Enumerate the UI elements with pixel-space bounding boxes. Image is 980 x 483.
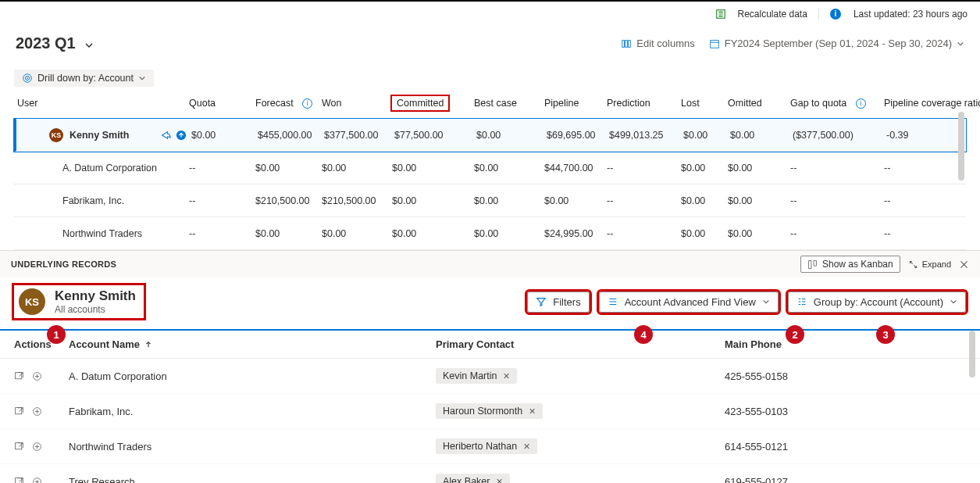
- col-forecast[interactable]: Forecast i: [255, 98, 322, 109]
- col-coverage[interactable]: Pipeline coverage ratio: [884, 98, 980, 109]
- detail-user-name: Kenny Smith: [55, 288, 136, 304]
- col-gap[interactable]: Gap to quota i: [790, 98, 884, 109]
- drilldown-pill[interactable]: Drill down by: Account: [14, 70, 154, 87]
- record-row[interactable]: Trey Research Alex Baker✕ 619-555-0127: [0, 464, 980, 483]
- calendar-icon: [709, 38, 720, 49]
- group-icon: [796, 296, 807, 307]
- chevron-down-icon: [957, 40, 964, 48]
- info-icon[interactable]: i: [302, 98, 312, 109]
- remove-icon[interactable]: ✕: [523, 442, 530, 452]
- target-icon: [22, 73, 33, 84]
- record-row[interactable]: Fabrikam, Inc. Haroun Stormonth✕ 423-555…: [0, 394, 980, 429]
- open-icon[interactable]: [14, 477, 24, 484]
- last-updated-text: Last updated: 23 hours ago: [853, 9, 968, 20]
- records-header: Actions Account Name Primary Contact Mai…: [0, 331, 980, 359]
- svg-rect-1: [622, 40, 625, 47]
- col-contact[interactable]: Primary Contact: [436, 338, 725, 350]
- svg-rect-3: [629, 40, 631, 47]
- filters-button[interactable]: Filters: [527, 292, 589, 313]
- forecast-row[interactable]: Northwind Traders --$0.00$0.00$0.00$0.00…: [14, 217, 966, 250]
- col-won[interactable]: Won: [322, 98, 392, 109]
- up-arrow-icon[interactable]: [176, 130, 187, 141]
- open-icon[interactable]: [14, 406, 24, 417]
- divider: [818, 8, 819, 20]
- record-row[interactable]: A. Datum Corporation Kevin Martin✕ 425-5…: [0, 359, 980, 394]
- contact-chip[interactable]: Heriberto Nathan✕: [436, 438, 537, 454]
- view-selector[interactable]: Account Advanced Find View: [599, 292, 779, 313]
- close-icon[interactable]: [959, 259, 969, 270]
- add-icon[interactable]: [32, 371, 42, 381]
- info-icon: i: [830, 9, 841, 20]
- account-cell: A. Datum Corporation: [69, 370, 436, 382]
- callout-4: 4: [634, 325, 653, 344]
- open-icon[interactable]: [14, 442, 24, 452]
- svg-rect-4: [711, 40, 719, 48]
- svg-rect-11: [16, 372, 22, 378]
- callout-3: 3: [876, 325, 895, 344]
- expand-icon: [908, 259, 918, 270]
- col-prediction[interactable]: Prediction: [607, 98, 681, 109]
- account-cell: Trey Research: [69, 476, 436, 484]
- account-cell: Fabrikam, Inc.: [69, 406, 436, 417]
- selected-user-block: KS Kenny Smith All accounts: [14, 285, 144, 318]
- list-icon: [608, 296, 618, 307]
- phone-cell: 619-555-0127: [725, 476, 975, 484]
- account-name: Northwind Traders: [62, 228, 142, 239]
- record-row[interactable]: Northwind Traders Heriberto Nathan✕ 614-…: [0, 429, 980, 464]
- col-quota[interactable]: Quota: [189, 98, 255, 109]
- svg-point-7: [27, 77, 28, 79]
- callout-1: 1: [47, 325, 66, 344]
- page-title[interactable]: 2023 Q1: [16, 34, 92, 52]
- date-range-picker[interactable]: FY2024 September (Sep 01, 2024 - Sep 30,…: [709, 38, 964, 49]
- user-name: Kenny Smith: [69, 130, 129, 141]
- col-bestcase[interactable]: Best case: [474, 98, 544, 109]
- chevron-down-icon: [762, 298, 770, 306]
- col-pipeline[interactable]: Pipeline: [544, 98, 607, 109]
- scrollbar[interactable]: [969, 331, 975, 377]
- kanban-icon: [807, 259, 818, 270]
- callout-2: 2: [786, 325, 804, 344]
- recalculate-link[interactable]: Recalculate data: [737, 9, 807, 20]
- add-icon[interactable]: [32, 406, 42, 417]
- svg-rect-13: [16, 407, 22, 413]
- col-phone[interactable]: Main Phone: [725, 338, 975, 350]
- svg-rect-10: [814, 260, 816, 266]
- phone-cell: 614-555-0121: [725, 441, 975, 453]
- info-icon[interactable]: i: [856, 98, 866, 109]
- col-omitted[interactable]: Omitted: [728, 98, 790, 109]
- remove-icon[interactable]: ✕: [496, 477, 503, 484]
- groupby-selector[interactable]: Group by: Account (Account): [788, 292, 966, 313]
- remove-icon[interactable]: ✕: [503, 371, 510, 381]
- add-icon[interactable]: [32, 477, 42, 484]
- account-cell: Northwind Traders: [69, 441, 436, 453]
- col-lost[interactable]: Lost: [681, 98, 728, 109]
- svg-rect-17: [16, 478, 22, 483]
- scrollbar[interactable]: [958, 112, 964, 181]
- contact-chip[interactable]: Alex Baker✕: [436, 474, 510, 483]
- svg-rect-9: [809, 260, 811, 268]
- chevron-down-icon: [138, 74, 146, 82]
- columns-icon: [621, 38, 632, 49]
- edit-columns-button[interactable]: Edit columns: [621, 38, 694, 49]
- filter-icon: [536, 296, 547, 307]
- add-icon[interactable]: [32, 442, 42, 452]
- forecast-row[interactable]: A. Datum Corporation --$0.00$0.00$0.00$0…: [14, 152, 966, 184]
- forecast-header-row: User Quota Forecast i Won Committed Best…: [14, 90, 966, 119]
- share-icon[interactable]: [160, 130, 171, 141]
- col-user[interactable]: User: [17, 98, 189, 109]
- forecast-row[interactable]: Fabrikam, Inc. --$210,500.00$210,500.00$…: [14, 184, 966, 217]
- expand-button[interactable]: Expand: [908, 259, 951, 270]
- avatar: KS: [19, 288, 45, 315]
- show-as-kanban-button[interactable]: Show as Kanban: [800, 256, 900, 273]
- contact-chip[interactable]: Kevin Martin✕: [436, 368, 517, 384]
- contact-chip[interactable]: Haroun Stormonth✕: [436, 403, 543, 419]
- remove-icon[interactable]: ✕: [529, 406, 536, 417]
- chevron-down-icon: [84, 41, 92, 48]
- recalc-icon: [715, 9, 726, 20]
- col-account[interactable]: Account Name: [69, 338, 436, 350]
- open-icon[interactable]: [14, 371, 24, 381]
- col-committed[interactable]: Committed: [392, 96, 474, 110]
- phone-cell: 423-555-0103: [725, 406, 975, 417]
- forecast-row[interactable]: KS Kenny Smith $0.00$455,000.00$377,500.…: [14, 119, 966, 152]
- phone-cell: 425-555-0158: [725, 370, 975, 382]
